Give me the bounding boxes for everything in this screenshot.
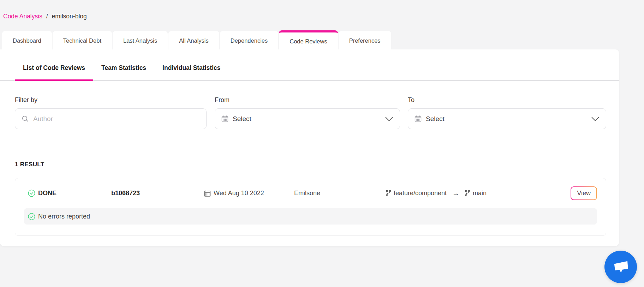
tab-label: Last Analysis bbox=[123, 37, 157, 44]
tab-dependencies[interactable]: Dependencies bbox=[220, 31, 279, 50]
tab-label: Preferences bbox=[349, 37, 381, 44]
commit-id: b1068723 bbox=[111, 190, 140, 197]
chevron-down-icon bbox=[591, 116, 600, 121]
status-badge: DONE bbox=[38, 190, 56, 197]
review-date: Wed Aug 10 2022 bbox=[214, 190, 264, 197]
tab-dashboard[interactable]: Dashboard bbox=[2, 31, 52, 50]
tab-label: Technical Debt bbox=[63, 37, 101, 44]
calendar-icon bbox=[415, 115, 422, 122]
to-select-value: Select bbox=[426, 115, 591, 123]
search-icon bbox=[22, 115, 29, 122]
git-branch-icon bbox=[386, 190, 391, 197]
main-tabbar: Dashboard Technical Debt Last Analysis A… bbox=[2, 30, 392, 50]
chevron-down-icon bbox=[385, 116, 393, 121]
sub-tabbar: List of Code Reviews Team Statistics Ind… bbox=[0, 59, 619, 81]
source-branch: feature/component bbox=[394, 190, 447, 197]
tab-technical-debt[interactable]: Technical Debt bbox=[53, 31, 112, 50]
results-count-label: 1 RESULT bbox=[15, 161, 606, 169]
git-branch-icon bbox=[465, 190, 470, 197]
tab-preferences[interactable]: Preferences bbox=[339, 31, 391, 50]
from-select-value: Select bbox=[233, 115, 385, 123]
subtab-label: Individual Statistics bbox=[162, 64, 220, 71]
tab-all-analysis[interactable]: All Analysis bbox=[168, 31, 219, 50]
tab-label: Dependencies bbox=[231, 37, 268, 44]
arrow-right-icon: → bbox=[452, 189, 459, 197]
target-branch: main bbox=[473, 190, 487, 197]
subtab-label: Team Statistics bbox=[101, 64, 146, 71]
review-author: Emilsone bbox=[294, 190, 320, 197]
tab-label: All Analysis bbox=[179, 37, 208, 44]
code-review-card: DONE b1068723 Wed Aug 10 2022 bbox=[15, 178, 606, 236]
tab-last-analysis[interactable]: Last Analysis bbox=[113, 31, 168, 50]
message-check-icon bbox=[28, 213, 35, 220]
view-button-border: View bbox=[571, 186, 597, 201]
status-check-icon bbox=[28, 190, 35, 197]
review-message-bar: No errors reported bbox=[24, 208, 597, 225]
chat-bubble-icon bbox=[613, 259, 629, 274]
from-label: From bbox=[215, 96, 400, 104]
subtab-individual-statistics[interactable]: Individual Statistics bbox=[154, 59, 228, 80]
breadcrumb-current: emilson-blog bbox=[52, 13, 87, 20]
from-date-select[interactable]: Select bbox=[215, 108, 400, 129]
review-message: No errors reported bbox=[38, 213, 90, 220]
filters-row: Filter by From bbox=[0, 96, 619, 129]
calendar-icon bbox=[221, 115, 228, 122]
tab-code-reviews[interactable]: Code Reviews bbox=[279, 30, 338, 50]
breadcrumb: Code Analysis / emilson-blog bbox=[3, 13, 87, 20]
to-label: To bbox=[408, 96, 606, 104]
subtab-team-statistics[interactable]: Team Statistics bbox=[93, 59, 154, 80]
chat-launcher-button[interactable] bbox=[604, 251, 637, 283]
author-search-input[interactable] bbox=[33, 115, 200, 123]
subtab-list-of-code-reviews[interactable]: List of Code Reviews bbox=[15, 59, 93, 80]
breadcrumb-parent-link[interactable]: Code Analysis bbox=[3, 13, 42, 20]
tab-label: Code Reviews bbox=[290, 38, 327, 45]
subtab-label: List of Code Reviews bbox=[23, 64, 85, 71]
calendar-icon bbox=[204, 190, 211, 197]
code-review-row: DONE b1068723 Wed Aug 10 2022 bbox=[24, 178, 597, 208]
view-button[interactable]: View bbox=[571, 187, 596, 200]
tab-label: Dashboard bbox=[13, 37, 41, 44]
author-filter-field bbox=[15, 108, 207, 129]
code-reviews-panel: List of Code Reviews Team Statistics Ind… bbox=[0, 49, 619, 246]
to-date-select[interactable]: Select bbox=[408, 108, 606, 129]
filter-by-label: Filter by bbox=[15, 96, 207, 104]
breadcrumb-separator: / bbox=[46, 13, 48, 20]
